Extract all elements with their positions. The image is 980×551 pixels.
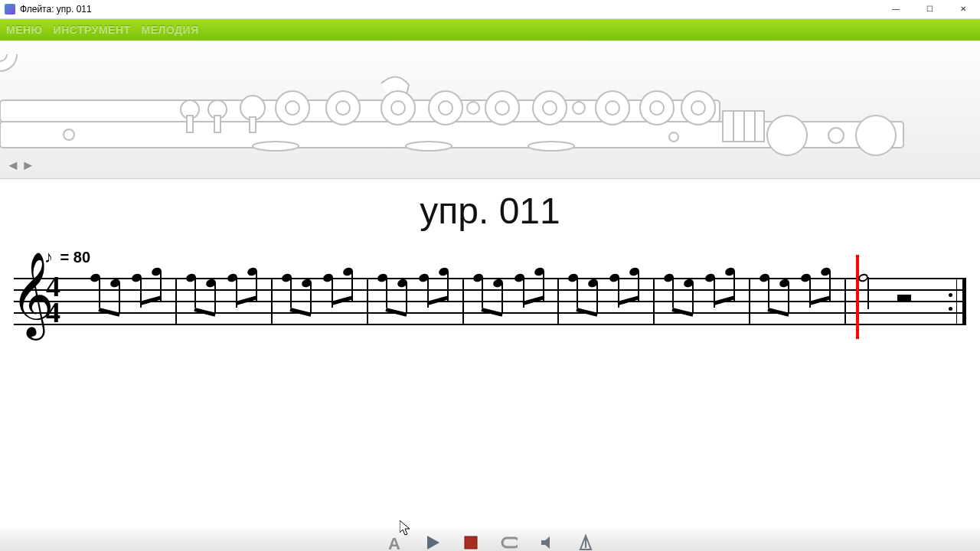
note-stem [119, 282, 120, 313]
barline [367, 278, 368, 324]
menu-item-menu[interactable]: МЕНЮ [6, 24, 43, 36]
svg-point-15 [767, 116, 807, 155]
barline [175, 278, 177, 324]
beam [577, 308, 598, 317]
note-stem [692, 282, 694, 313]
accompaniment-icon[interactable]: A [386, 534, 403, 551]
note-stem [867, 277, 869, 309]
note-stem [194, 277, 196, 308]
window-minimize-button[interactable]: — [879, 0, 913, 18]
barline [462, 278, 464, 324]
beam [672, 308, 694, 317]
window-titlebar: Флейта: упр. 011 — ☐ ✕ [0, 0, 980, 19]
svg-point-9 [467, 102, 479, 114]
window-title: Флейта: упр. 011 [20, 4, 92, 15]
window-close-button[interactable]: ✕ [946, 0, 980, 18]
svg-point-10 [573, 102, 585, 114]
svg-rect-24 [465, 536, 477, 549]
note-stem [386, 277, 387, 308]
menu-item-melody[interactable]: МЕЛОДИЯ [142, 24, 199, 36]
note-stem [577, 277, 578, 308]
flute-diagram [0, 54, 980, 169]
svg-point-18 [253, 142, 299, 151]
time-signature: 4 4 [46, 273, 60, 325]
barline [653, 278, 655, 324]
beam [768, 308, 789, 317]
beam [289, 308, 311, 317]
note-stem [596, 282, 598, 313]
staff: 𝄞 4 4 [14, 270, 966, 331]
note-stem [501, 282, 503, 313]
window-maximize-button[interactable]: ☐ [913, 0, 946, 18]
svg-point-16 [828, 128, 844, 143]
menu-bar: МЕНЮ ИНСТРУМЕНТ МЕЛОДИЯ [0, 19, 980, 41]
svg-text:A: A [388, 534, 400, 551]
svg-point-21 [669, 132, 678, 142]
note-stem [672, 277, 674, 308]
music-score[interactable]: ♪ = 80 𝄞 4 4 [14, 247, 966, 331]
tempo-bpm: 80 [74, 249, 90, 266]
svg-point-2 [64, 129, 74, 140]
note-stem [99, 277, 100, 308]
tempo-marking: ♪ = 80 [14, 247, 966, 267]
svg-marker-23 [427, 536, 439, 549]
exercise-title: упр. 011 [0, 190, 980, 232]
stop-icon[interactable] [462, 534, 479, 551]
app-icon [5, 4, 15, 15]
flute-nav-arrows[interactable]: ◄► [6, 158, 37, 174]
svg-rect-6 [250, 117, 256, 132]
half-rest [897, 295, 911, 301]
svg-rect-4 [187, 116, 193, 132]
svg-marker-27 [541, 536, 550, 549]
metronome-icon[interactable] [577, 534, 594, 551]
note-stem [214, 282, 216, 313]
note-stem [768, 277, 769, 308]
svg-rect-25 [502, 538, 518, 547]
menu-item-instrument[interactable]: ИНСТРУМЕНТ [54, 24, 131, 36]
barline [557, 278, 559, 324]
note-stem [788, 282, 789, 313]
loop-icon[interactable] [501, 534, 518, 551]
beam [481, 308, 502, 317]
player-toolbar: A [0, 528, 980, 551]
beam [98, 308, 119, 317]
flute-fingering-panel: ◄► [0, 41, 980, 179]
svg-point-19 [406, 142, 452, 151]
svg-marker-30 [400, 520, 410, 535]
barline [749, 278, 750, 324]
playback-cursor[interactable] [856, 255, 859, 339]
note-stem [406, 282, 407, 313]
svg-point-17 [856, 116, 896, 155]
volume-icon[interactable] [539, 534, 556, 551]
play-icon[interactable] [424, 534, 441, 551]
note-stem [310, 282, 312, 313]
barline [271, 278, 273, 324]
barline [844, 278, 846, 324]
beam [385, 308, 407, 317]
note-stem [290, 277, 292, 308]
beam [194, 308, 215, 317]
svg-point-20 [528, 142, 574, 151]
note-stem [482, 277, 483, 308]
